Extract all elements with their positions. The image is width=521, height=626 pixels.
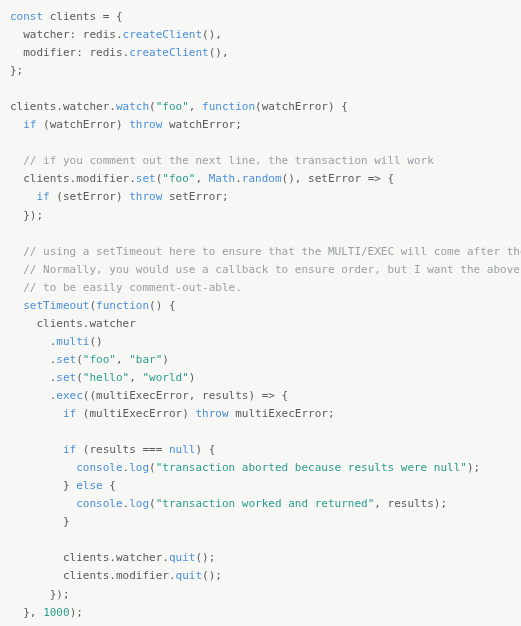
code-content: const clients = { watcher: redis.createC… xyxy=(10,10,521,626)
code-block: const clients = { watcher: redis.createC… xyxy=(0,0,521,626)
